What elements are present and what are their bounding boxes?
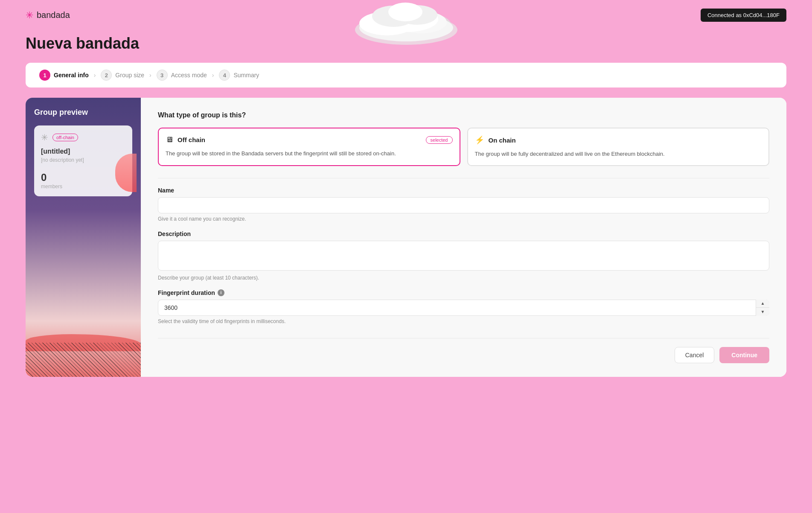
off-chain-badge: off-chain [52, 134, 78, 141]
step-arrow-1: › [94, 72, 96, 79]
on-chain-title: On chain [489, 137, 516, 144]
type-card-off-chain[interactable]: 🖥 Off chain selected The group will be s… [158, 128, 460, 166]
svg-point-9 [388, 3, 422, 21]
preview-panel: Group preview ✳ off-chain [untitled] [no… [26, 98, 141, 377]
preview-card: ✳ off-chain [untitled] [no description y… [34, 125, 132, 196]
off-chain-icon: 🖥 [166, 135, 173, 144]
step-1[interactable]: 1 General info [39, 70, 89, 81]
step-4-label: Summary [233, 72, 259, 79]
step-arrow-2: › [149, 72, 151, 79]
step-2[interactable]: 2 Group size [101, 70, 144, 81]
continue-button[interactable]: Continue [719, 347, 769, 363]
connected-badge: Connected as 0xCd04...180F [701, 9, 786, 22]
form-footer: Cancel Continue [158, 338, 769, 363]
form-divider-1 [158, 178, 769, 178]
step-4-num: 4 [219, 70, 230, 81]
on-chain-icon: ⚡ [475, 135, 484, 145]
logo: ✳ bandada [26, 10, 70, 21]
off-chain-title: Off chain [178, 136, 205, 143]
fingerprint-hint: Select the validity time of old fingerpr… [158, 318, 769, 324]
cancel-button[interactable]: Cancel [675, 347, 715, 363]
preview-card-header: ✳ off-chain [41, 132, 125, 143]
step-2-label: Group size [115, 72, 144, 79]
step-1-label: General info [54, 72, 89, 79]
step-3-num: 3 [157, 70, 168, 81]
type-card-off-chain-header: 🖥 Off chain selected [166, 135, 453, 144]
name-label: Name [158, 187, 769, 194]
logo-text: bandada [37, 10, 70, 20]
cloud-decoration [346, 0, 466, 47]
form-section-title: What type of group is this? [158, 111, 769, 119]
steps-bar: 1 General info › 2 Group size › 3 Access… [26, 63, 786, 87]
fingerprint-form-group: Fingerprint duration i ▲ ▼ Select the va… [158, 289, 769, 324]
name-hint: Give it a cool name you can recognize. [158, 216, 769, 222]
preview-members-count: 0 [41, 172, 125, 184]
preview-members-label: members [41, 184, 125, 189]
step-3[interactable]: 3 Access mode [157, 70, 207, 81]
main-content: Group preview ✳ off-chain [untitled] [no… [26, 98, 786, 377]
logo-icon: ✳ [26, 10, 33, 21]
spinner-down-button[interactable]: ▼ [756, 308, 769, 316]
step-4[interactable]: 4 Summary [219, 70, 259, 81]
step-2-num: 2 [101, 70, 112, 81]
type-cards: 🖥 Off chain selected The group will be s… [158, 128, 769, 166]
fingerprint-info-icon[interactable]: i [218, 289, 224, 296]
type-card-on-chain[interactable]: ⚡ On chain The group will be fully decen… [467, 128, 770, 166]
step-arrow-3: › [212, 72, 214, 79]
preview-title: Group preview [34, 108, 132, 117]
name-input[interactable] [158, 197, 769, 213]
step-3-label: Access mode [171, 72, 207, 79]
fingerprint-input-wrap: ▲ ▼ [158, 300, 769, 316]
description-input[interactable] [158, 241, 769, 271]
on-chain-desc: The group will be fully decentralized an… [475, 150, 762, 158]
form-panel: What type of group is this? 🖥 Off chain … [141, 98, 786, 377]
type-card-on-chain-header: ⚡ On chain [475, 135, 762, 145]
description-hint: Describe your group (at least 10 charact… [158, 275, 769, 281]
description-form-group: Description Describe your group (at leas… [158, 230, 769, 281]
step-1-num: 1 [39, 70, 50, 81]
preview-group-icon: ✳ [41, 132, 48, 143]
preview-group-desc: [no description yet] [41, 157, 125, 163]
description-label: Description [158, 230, 769, 237]
deco-dots [26, 343, 141, 377]
header: ✳ bandada Connected as 0xCd04...180F [0, 0, 812, 30]
spinner-btns: ▲ ▼ [756, 300, 769, 316]
off-chain-desc: The group will be stored in the Bandada … [166, 149, 453, 158]
preview-group-name: [untitled] [41, 148, 125, 155]
spinner-up-button[interactable]: ▲ [756, 300, 769, 308]
fingerprint-label: Fingerprint duration i [158, 289, 769, 296]
name-form-group: Name Give it a cool name you can recogni… [158, 187, 769, 222]
selected-badge: selected [426, 136, 453, 144]
fingerprint-input[interactable] [158, 300, 769, 316]
